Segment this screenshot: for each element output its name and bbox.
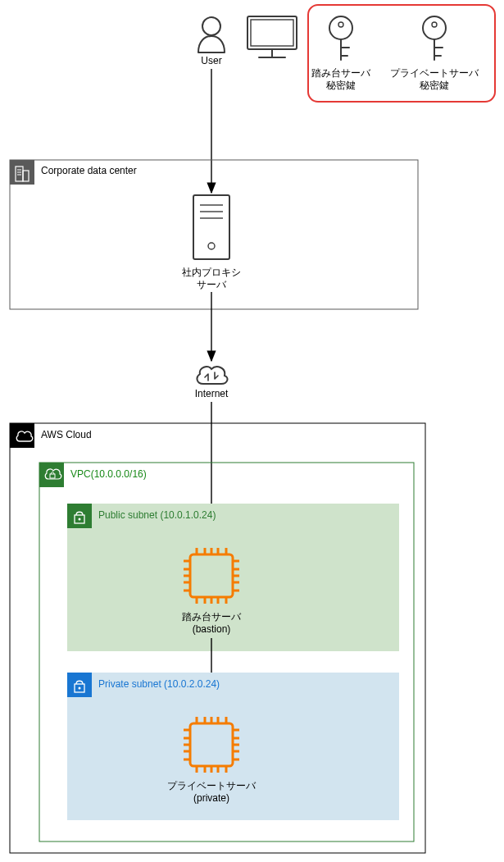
private-subnet-title: Private subnet (10.0.2.0.24) [98, 678, 220, 690]
private-subnet-badge [67, 673, 92, 697]
svg-point-10 [423, 16, 446, 39]
private-key-label-1: プライベートサーバ [390, 67, 479, 79]
private-key-icon [423, 16, 446, 60]
svg-point-11 [432, 22, 437, 27]
public-subnet-title: Public subnet (10.0.1.0.24) [98, 509, 216, 521]
proxy-label-1: 社内プロキシ [182, 267, 241, 278]
vpc-badge [39, 463, 64, 487]
internet-label: Internet [195, 388, 229, 399]
private-key-label-2: 秘密鍵 [420, 80, 449, 91]
bastion-label-2: (bastion) [193, 623, 231, 635]
proxy-server-icon [193, 195, 229, 259]
monitor-icon [247, 16, 297, 57]
bastion-key-label-2: 秘密鍵 [326, 80, 356, 91]
user-icon [198, 17, 225, 52]
svg-point-50 [79, 687, 81, 690]
svg-rect-1 [247, 16, 297, 49]
svg-point-0 [202, 17, 220, 35]
public-subnet-badge [67, 504, 92, 528]
svg-point-6 [338, 22, 343, 27]
bastion-key-label-1: 踏み台サーバ [311, 67, 371, 79]
private-server-label-1: プライベートサーバ [167, 780, 257, 791]
bastion-key-icon [329, 16, 352, 60]
svg-rect-2 [251, 20, 293, 46]
user-label: User [201, 55, 221, 66]
corporate-dc-title: Corporate data center [41, 165, 137, 176]
svg-point-27 [79, 518, 81, 521]
vpc-title: VPC(10.0.0.0/16) [70, 468, 147, 480]
proxy-label-2: サーバ [197, 279, 227, 290]
svg-point-5 [329, 16, 352, 39]
bastion-label-1: 踏み台サーバ [182, 611, 242, 623]
private-server-label-2: (private) [193, 792, 229, 804]
internet-cloud-icon [198, 367, 228, 384]
aws-cloud-title: AWS Cloud [41, 429, 92, 440]
svg-point-24 [208, 243, 215, 249]
architecture-diagram: User 踏み台サーバ 秘密鍵 プライベートサーバ 秘密鍵 Corpo [0, 0, 504, 862]
